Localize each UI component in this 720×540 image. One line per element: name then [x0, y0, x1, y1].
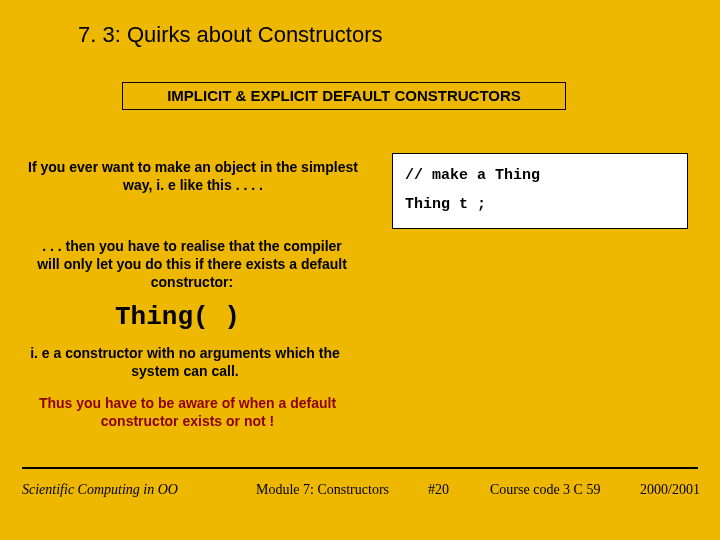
paragraph-4: Thus you have to be aware of when a defa… [20, 394, 355, 430]
subtitle-box: IMPLICIT & EXPLICIT DEFAULT CONSTRUCTORS [122, 82, 566, 110]
subtitle-text: IMPLICIT & EXPLICIT DEFAULT CONSTRUCTORS [167, 87, 521, 104]
paragraph-2: . . . then you have to realise that the … [32, 237, 352, 292]
code-line-2: Thing t ; [405, 191, 675, 220]
constructor-signature: Thing( ) [115, 302, 240, 332]
code-line-1: // make a Thing [405, 162, 675, 191]
footer-year: 2000/2001 [640, 482, 700, 498]
paragraph-1: If you ever want to make an object in th… [28, 158, 358, 194]
footer-left: Scientific Computing in OO [22, 482, 178, 498]
slide-title: 7. 3: Quirks about Constructors [78, 22, 382, 48]
footer-divider [22, 467, 698, 469]
footer-slide-number: #20 [428, 482, 449, 498]
footer-module: Module 7: Constructors [256, 482, 389, 498]
paragraph-3: i. e a constructor with no arguments whi… [20, 344, 350, 380]
code-box: // make a Thing Thing t ; [392, 153, 688, 229]
footer-course-code: Course code 3 C 59 [490, 482, 600, 498]
